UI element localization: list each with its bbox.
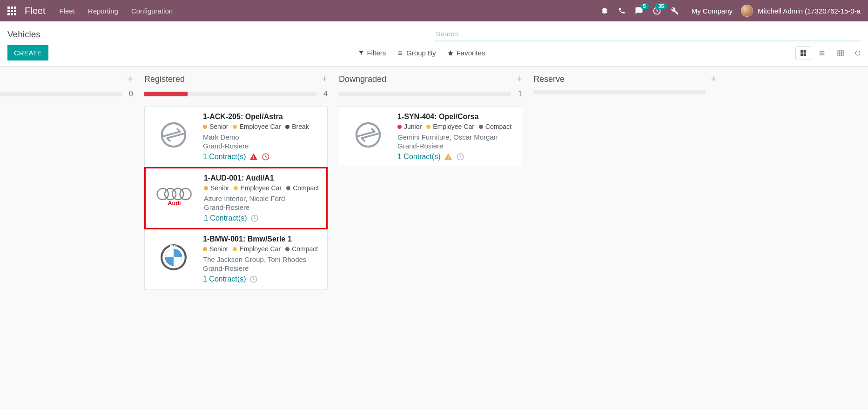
vehicle-title: 1-ACK-205: Opel/Astra bbox=[203, 113, 321, 121]
messages-badge: 5 bbox=[640, 3, 649, 9]
tag: Employee Car bbox=[234, 184, 282, 192]
vehicle-logo bbox=[346, 113, 390, 157]
vehicle-logo: BMW bbox=[151, 235, 195, 279]
svg-text:BMW: BMW bbox=[170, 245, 177, 248]
search-input[interactable] bbox=[434, 27, 861, 41]
column-add-button[interactable]: + bbox=[322, 73, 328, 85]
nav-configuration[interactable]: Configuration bbox=[131, 7, 173, 15]
view-list[interactable] bbox=[814, 46, 830, 60]
warning-icon bbox=[444, 153, 452, 161]
kanban-column: Registered+41-ACK-205: Opel/AstraSeniorE… bbox=[139, 67, 333, 401]
tag: Junior bbox=[397, 123, 422, 130]
bug-icon[interactable] bbox=[600, 7, 609, 15]
tools-icon[interactable] bbox=[671, 7, 679, 15]
vehicle-location: Grand-Rosiere bbox=[397, 142, 515, 150]
vehicle-title: 1-BMW-001: Bmw/Serie 1 bbox=[203, 235, 321, 243]
vehicle-card[interactable]: 1-ACK-205: Opel/AstraSeniorEmployee CarB… bbox=[144, 107, 328, 167]
tag: Senior bbox=[204, 184, 229, 192]
kanban-column: Downgraded+11-SYN-404: Opel/CorsaJuniorE… bbox=[333, 67, 528, 401]
apps-icon[interactable] bbox=[7, 7, 16, 15]
vehicle-card[interactable]: Audi1-AUD-001: Audi/A1SeniorEmployee Car… bbox=[144, 167, 328, 229]
star-icon bbox=[447, 50, 454, 56]
column-progress-bar bbox=[0, 92, 122, 96]
column-add-button[interactable]: + bbox=[711, 73, 717, 85]
grid-icon bbox=[837, 49, 844, 57]
svg-rect-1 bbox=[801, 50, 803, 53]
clock-icon bbox=[456, 153, 464, 161]
avatar bbox=[741, 5, 753, 17]
app-brand[interactable]: Fleet bbox=[25, 6, 45, 16]
vehicle-title: 1-AUD-001: Audi/A1 bbox=[204, 174, 320, 182]
vehicle-driver: Azure Interior, Nicole Ford bbox=[204, 194, 320, 202]
column-title[interactable]: Reserve bbox=[533, 74, 565, 84]
company-selector[interactable]: My Company bbox=[692, 7, 733, 15]
nav-fleet[interactable]: Fleet bbox=[59, 7, 74, 15]
contracts-link[interactable]: 1 Contract(s) bbox=[203, 275, 246, 283]
contracts-link[interactable]: 1 Contract(s) bbox=[397, 153, 440, 161]
clock-icon bbox=[249, 275, 258, 283]
clock-icon bbox=[262, 153, 270, 161]
tag: Senior bbox=[203, 245, 228, 253]
vehicle-title: 1-SYN-404: Opel/Corsa bbox=[397, 113, 515, 121]
view-more[interactable] bbox=[851, 46, 861, 60]
phone-icon[interactable] bbox=[618, 7, 626, 14]
svg-point-12 bbox=[180, 188, 191, 200]
search-options: Filters Group By Favorites bbox=[358, 49, 485, 57]
control-panel: Vehicles CREATE Filters Group By Favorit… bbox=[0, 21, 868, 67]
column-count: 1 bbox=[516, 90, 522, 98]
kanban-board: rdered+0Registered+41-ACK-205: Opel/Astr… bbox=[0, 67, 868, 401]
tag: Break bbox=[285, 123, 309, 130]
kanban-column: Reserve+ bbox=[528, 67, 722, 401]
list-icon bbox=[397, 50, 404, 56]
user-menu[interactable]: Mitchell Admin (17320762-15-0-a bbox=[741, 5, 861, 17]
view-switcher bbox=[795, 46, 861, 60]
tag: Compact bbox=[479, 123, 511, 130]
filters-button[interactable]: Filters bbox=[358, 49, 386, 57]
svg-point-6 bbox=[855, 51, 860, 55]
tag: Compact bbox=[286, 184, 319, 192]
vehicle-card[interactable]: BMW1-BMW-001: Bmw/Serie 1SeniorEmployee … bbox=[144, 229, 328, 289]
vehicle-driver: Gemini Furniture, Oscar Morgan bbox=[397, 133, 515, 141]
tag: Employee Car bbox=[233, 123, 281, 130]
create-button[interactable]: CREATE bbox=[7, 45, 48, 60]
clock-icon bbox=[250, 214, 259, 222]
tag: Senior bbox=[203, 123, 228, 130]
top-navbar: Fleet Fleet Reporting Configuration 5 35… bbox=[0, 0, 868, 21]
view-grid[interactable] bbox=[833, 46, 848, 60]
groupby-button[interactable]: Group By bbox=[397, 49, 436, 57]
tag: Compact bbox=[285, 245, 318, 253]
messages-icon[interactable]: 5 bbox=[635, 7, 643, 15]
vehicle-driver: Mark Demo bbox=[203, 133, 321, 141]
column-add-button[interactable]: + bbox=[516, 73, 522, 85]
column-count: 4 bbox=[321, 90, 328, 98]
column-add-button[interactable]: + bbox=[127, 73, 133, 85]
vehicle-logo bbox=[151, 113, 195, 157]
warning-icon bbox=[249, 153, 258, 161]
vehicle-card[interactable]: 1-SYN-404: Opel/CorsaJuniorEmployee CarC… bbox=[339, 107, 522, 167]
view-kanban[interactable] bbox=[795, 46, 811, 60]
kanban-icon bbox=[800, 49, 807, 57]
svg-rect-5 bbox=[838, 50, 843, 56]
tag: Employee Car bbox=[233, 245, 281, 253]
contracts-link[interactable]: 1 Contract(s) bbox=[204, 214, 247, 222]
vehicle-location: Grand-Rosiere bbox=[203, 142, 321, 150]
column-title[interactable]: Registered bbox=[144, 74, 185, 84]
svg-rect-2 bbox=[804, 50, 806, 53]
vehicle-location: Grand-Rosiere bbox=[203, 264, 321, 272]
column-progress-bar bbox=[533, 90, 706, 94]
column-count: 0 bbox=[127, 90, 133, 98]
vehicle-location: Grand-Rosiere bbox=[204, 203, 320, 211]
nav-reporting[interactable]: Reporting bbox=[88, 7, 118, 15]
favorites-button[interactable]: Favorites bbox=[447, 49, 485, 57]
activities-badge: 35 bbox=[655, 3, 666, 9]
user-name: Mitchell Admin (17320762-15-0-a bbox=[758, 7, 861, 15]
column-progress-bar bbox=[339, 92, 511, 96]
contracts-link[interactable]: 1 Contract(s) bbox=[203, 153, 246, 161]
filter-icon bbox=[358, 50, 364, 56]
page-title: Vehicles bbox=[7, 29, 40, 40]
tag: Employee Car bbox=[426, 123, 474, 130]
activities-icon[interactable]: 35 bbox=[653, 7, 661, 15]
more-icon bbox=[855, 49, 860, 57]
column-title[interactable]: Downgraded bbox=[339, 74, 386, 84]
svg-rect-4 bbox=[804, 53, 806, 55]
